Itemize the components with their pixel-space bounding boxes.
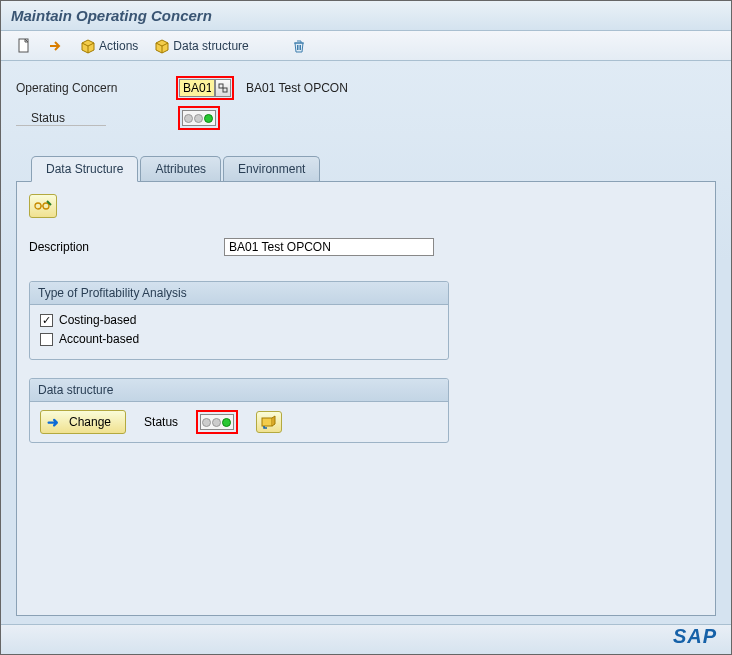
- structure-detail-button[interactable]: [256, 411, 282, 433]
- traffic-green-icon: [222, 418, 231, 427]
- glasses-pencil-icon: [34, 198, 52, 214]
- display-change-toggle-button[interactable]: [29, 194, 57, 218]
- trash-icon: [291, 38, 307, 54]
- box-icon: [80, 38, 96, 54]
- new-document-button[interactable]: [11, 36, 37, 56]
- ds-status-label: Status: [144, 415, 178, 429]
- account-based-checkbox[interactable]: [40, 333, 53, 346]
- main-area: Operating Concern BA01 Test OPCON Status…: [1, 61, 731, 626]
- account-based-label: Account-based: [59, 332, 139, 346]
- profitability-type-group: Type of Profitability Analysis Costing-b…: [29, 281, 449, 360]
- tab-strip: Data Structure Attributes Environment: [16, 155, 716, 181]
- change-button[interactable]: ➜ Change: [40, 410, 126, 434]
- status-row: Status: [16, 106, 716, 130]
- costing-based-row: Costing-based: [40, 313, 438, 327]
- actions-button[interactable]: Actions: [75, 36, 143, 56]
- toolbar: Actions Data structure: [1, 31, 731, 61]
- status-highlight: [178, 106, 220, 130]
- costing-based-checkbox[interactable]: [40, 314, 53, 327]
- change-button-label: Change: [69, 415, 111, 429]
- operating-concern-input[interactable]: [179, 79, 215, 97]
- operating-concern-description: BA01 Test OPCON: [246, 81, 348, 95]
- data-structure-title: Data structure: [30, 379, 448, 402]
- account-based-row: Account-based: [40, 332, 438, 346]
- traffic-yellow-icon: [212, 418, 221, 427]
- status-label: Status: [16, 111, 106, 126]
- actions-label: Actions: [99, 39, 138, 53]
- search-help-button[interactable]: [215, 79, 231, 97]
- tab-content: Description Type of Profitability Analys…: [16, 181, 716, 616]
- data-structure-group: Data structure ➜ Change Status: [29, 378, 449, 443]
- traffic-yellow-icon: [194, 114, 203, 123]
- svg-rect-2: [223, 88, 227, 92]
- box-icon: [154, 38, 170, 54]
- svg-point-4: [43, 203, 49, 209]
- tab-data-structure[interactable]: Data Structure: [31, 156, 138, 182]
- description-input[interactable]: [224, 238, 434, 256]
- operating-concern-row: Operating Concern BA01 Test OPCON: [16, 76, 716, 100]
- data-structure-button[interactable]: Data structure: [149, 36, 253, 56]
- svg-rect-5: [262, 418, 272, 426]
- ds-status-highlight: [196, 410, 238, 434]
- arrow-right-icon: ➜: [47, 414, 59, 430]
- data-structure-label: Data structure: [173, 39, 248, 53]
- traffic-green-icon: [204, 114, 213, 123]
- svg-rect-1: [219, 84, 223, 88]
- operating-concern-label: Operating Concern: [16, 81, 176, 95]
- delete-button[interactable]: [286, 36, 312, 56]
- traffic-light-status: [182, 110, 216, 126]
- traffic-red-icon: [184, 114, 193, 123]
- sap-logo: SAP: [673, 625, 717, 648]
- page-title: Maintain Operating Concern: [11, 7, 212, 24]
- tab-environment[interactable]: Environment: [223, 156, 320, 182]
- traffic-red-icon: [202, 418, 211, 427]
- forward-button[interactable]: [43, 36, 69, 56]
- title-bar: Maintain Operating Concern: [1, 1, 731, 31]
- operating-concern-highlight: [176, 76, 234, 100]
- tab-attributes[interactable]: Attributes: [140, 156, 221, 182]
- structure-icon: [261, 415, 277, 429]
- ds-traffic-light-status: [200, 414, 234, 430]
- description-label: Description: [29, 240, 224, 254]
- footer: SAP: [1, 624, 731, 654]
- svg-point-3: [35, 203, 41, 209]
- arrow-right-icon: [48, 38, 64, 54]
- costing-based-label: Costing-based: [59, 313, 136, 327]
- document-icon: [16, 38, 32, 54]
- search-help-icon: [218, 83, 228, 93]
- description-row: Description: [29, 238, 703, 256]
- profitability-type-title: Type of Profitability Analysis: [30, 282, 448, 305]
